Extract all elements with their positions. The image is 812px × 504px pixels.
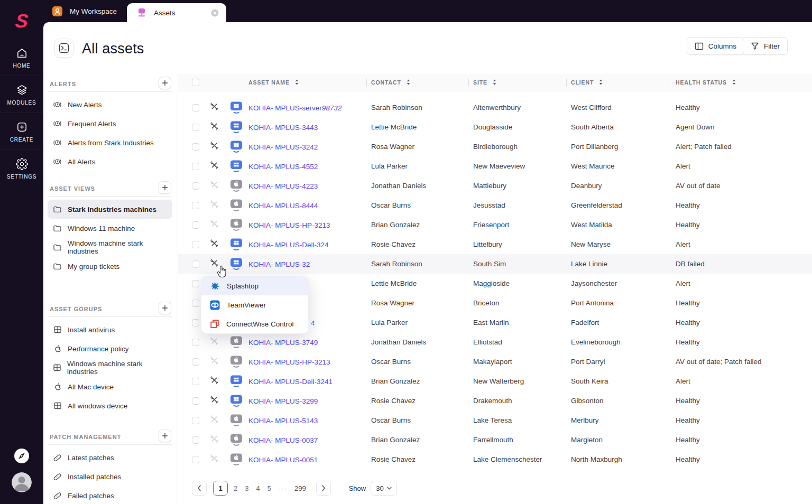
view-switcher-button[interactable] xyxy=(54,39,73,58)
sidebar-item-all-windows-device[interactable]: All windows device xyxy=(48,396,172,415)
next-page-button[interactable] xyxy=(316,481,331,496)
remote-tools-icon[interactable] xyxy=(210,258,219,269)
menu-item-splashtop[interactable]: Splashtop xyxy=(201,276,308,295)
sidebar-item-new-alerts[interactable]: New Alerts xyxy=(48,95,172,114)
add-patch-management-button[interactable] xyxy=(159,430,171,442)
sidebar-item-windows-11-machine[interactable]: Windows 11 machine xyxy=(48,219,172,238)
sidebar-item-frequent-alerts[interactable]: Frequent Alerts xyxy=(48,114,172,133)
sidebar-item-windows-machine-stark-industries[interactable]: Windows machine stark industries xyxy=(48,238,172,257)
remote-tools-icon[interactable] xyxy=(210,200,219,211)
add-asset-views-button[interactable] xyxy=(159,181,171,194)
sort-icon[interactable] xyxy=(493,79,496,86)
row-checkbox[interactable] xyxy=(192,182,199,190)
sort-icon[interactable] xyxy=(295,79,299,86)
row-checkbox[interactable] xyxy=(192,260,199,268)
sidebar-item-failed-patches[interactable]: Failed patches xyxy=(48,486,172,504)
rail-item-modules[interactable]: MODULES xyxy=(0,76,43,113)
remote-tools-icon[interactable] xyxy=(210,219,219,230)
rail-item-create[interactable]: CREATE xyxy=(0,113,43,150)
remote-tools-icon[interactable] xyxy=(210,395,219,406)
select-all-checkbox[interactable] xyxy=(192,79,199,86)
sort-icon[interactable] xyxy=(732,79,736,86)
asset-name-link[interactable]: KOHIA- MPLUS-3749 xyxy=(248,339,318,347)
remote-tools-icon[interactable] xyxy=(210,376,219,387)
row-checkbox[interactable] xyxy=(192,241,199,248)
row-checkbox[interactable] xyxy=(192,339,199,346)
sidebar-item-latest-patches[interactable]: Latest patches xyxy=(48,448,172,467)
sidebar-item-install-antivirus[interactable]: Install antivirus xyxy=(48,320,172,339)
sidebar-item-windows-machine-stark-industries[interactable]: Windows machine stark industries xyxy=(48,358,172,377)
remote-tools-icon[interactable] xyxy=(210,141,219,152)
asset-name-link[interactable]: KOHIA- MPLUS-HP-3213 xyxy=(248,358,330,366)
row-checkbox[interactable] xyxy=(192,280,199,287)
remote-tools-icon[interactable] xyxy=(210,356,219,367)
row-checkbox[interactable] xyxy=(192,163,199,170)
remote-tools-icon[interactable] xyxy=(210,102,219,113)
add-asset-gorups-button[interactable] xyxy=(159,302,171,314)
tab-my-workspace[interactable]: My Workspace xyxy=(52,0,117,22)
prev-page-button[interactable] xyxy=(192,481,207,496)
sort-icon[interactable] xyxy=(599,79,603,86)
asset-name-link[interactable]: KOHIA- MPLUS-3299 xyxy=(248,397,318,405)
row-checkbox[interactable] xyxy=(192,124,199,131)
asset-name-link[interactable]: KOHIA- MPLUS-8444 xyxy=(248,202,318,210)
user-avatar[interactable] xyxy=(12,472,32,492)
superops-logo[interactable]: S xyxy=(14,7,29,35)
asset-name-link[interactable]: KOHIA- MPLUS-4552 xyxy=(248,163,318,171)
row-checkbox[interactable] xyxy=(192,319,199,326)
filter-button[interactable]: Filter xyxy=(743,37,788,55)
asset-name-link[interactable]: KOHIA- MPLUS-32 xyxy=(248,260,310,268)
remote-tools-icon[interactable] xyxy=(210,415,219,426)
sidebar-item-stark-industries-machines[interactable]: Stark industries machines xyxy=(48,200,172,219)
page-number-5[interactable]: 5 xyxy=(264,481,275,496)
row-checkbox[interactable] xyxy=(192,202,199,209)
sidebar-item-all-alerts[interactable]: All Alerts xyxy=(48,152,172,171)
sidebar-item-installed-patches[interactable]: Installed patches xyxy=(48,467,172,486)
page-number-299[interactable]: 299 xyxy=(291,481,310,496)
asset-name-link[interactable]: KOHIA- MPLUS-server98732 xyxy=(248,104,342,112)
row-checkbox[interactable] xyxy=(192,456,199,463)
page-size-select[interactable]: 30 xyxy=(371,481,396,496)
rail-item-home[interactable]: HOME xyxy=(0,39,43,76)
sidebar-item-my-group-tickets[interactable]: My group tickets xyxy=(48,257,172,276)
asset-name-link[interactable]: KOHIA- MPLUS-3443 xyxy=(248,124,318,132)
row-checkbox[interactable] xyxy=(192,436,199,444)
remote-tools-icon[interactable] xyxy=(210,180,219,191)
page-number-3[interactable]: 3 xyxy=(241,481,252,496)
asset-name-link[interactable]: KOHIA- MPLUS-5143 xyxy=(248,417,318,425)
asset-name-link[interactable]: KOHIA- MPLUS-Dell-324 xyxy=(248,241,329,249)
add-alerts-button[interactable] xyxy=(159,77,171,89)
close-tab-icon[interactable] xyxy=(211,9,219,17)
asset-name-link[interactable]: KOHIA- MPLUS-3242 xyxy=(248,143,318,151)
tab-assets[interactable]: Assets xyxy=(127,3,226,22)
page-number-1[interactable]: 1 xyxy=(213,481,228,496)
asset-name-link[interactable]: KOHIA- MPLUS-4223 xyxy=(248,182,318,190)
remote-tools-icon[interactable] xyxy=(210,454,219,465)
row-checkbox[interactable] xyxy=(192,378,199,385)
columns-button[interactable]: Columns xyxy=(687,37,744,55)
row-checkbox[interactable] xyxy=(192,300,199,307)
remote-tools-icon[interactable] xyxy=(210,239,219,250)
remote-tools-icon[interactable] xyxy=(210,122,219,133)
asset-name-link[interactable]: KOHIA- MPLUS-HP-3213 xyxy=(248,221,330,229)
row-checkbox[interactable] xyxy=(192,397,199,405)
sort-icon[interactable] xyxy=(407,79,410,86)
asset-name-link[interactable]: KOHIA- MPLUS-0051 xyxy=(248,456,318,464)
menu-item-connectwise-control[interactable]: ConnectWise Control xyxy=(201,314,308,333)
rail-item-settings[interactable]: SETTINGS xyxy=(0,150,43,186)
row-checkbox[interactable] xyxy=(192,104,199,111)
asset-name-link[interactable]: KOHIA- MPLUS-0037 xyxy=(248,436,318,444)
page-number-2[interactable]: 2 xyxy=(230,481,241,496)
row-checkbox[interactable] xyxy=(192,417,199,424)
remote-tools-icon[interactable] xyxy=(210,337,219,348)
row-checkbox[interactable] xyxy=(192,221,199,229)
page-number-4[interactable]: 4 xyxy=(252,481,263,496)
asset-name-link[interactable]: KOHIA- MPLUS-Dell-3241 xyxy=(248,378,333,386)
remote-tools-icon[interactable] xyxy=(210,161,219,172)
compass-icon[interactable] xyxy=(14,448,30,464)
sidebar-item-all-mac-device[interactable]: All Mac device xyxy=(48,377,172,396)
remote-tools-icon[interactable] xyxy=(210,434,219,445)
sidebar-item-performance-policy[interactable]: Performance policy xyxy=(48,339,172,358)
sidebar-item-alerts-from-stark-industries[interactable]: Alerts from Stark Industries xyxy=(48,133,172,152)
menu-item-teamviewer[interactable]: TeamViewer xyxy=(201,295,308,314)
